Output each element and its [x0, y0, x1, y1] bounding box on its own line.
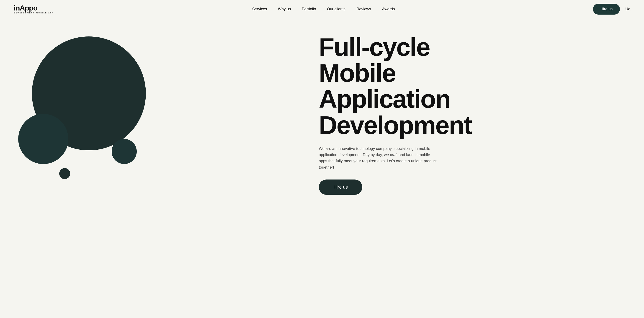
nav-awards[interactable]: Awards — [382, 7, 395, 11]
hero-section: Full-cycle Mobile Application Developmen… — [0, 18, 644, 318]
hero-visual — [14, 27, 310, 191]
language-switcher[interactable]: Ua — [625, 7, 630, 11]
main-nav: Services Why us Portfolio Our clients Re… — [252, 7, 395, 11]
circle-small-right — [112, 139, 137, 164]
logo[interactable]: inAppo DEVELOPMENT MOBILE APP — [14, 4, 54, 14]
circle-tiny — [59, 168, 70, 179]
nav-portfolio[interactable]: Portfolio — [302, 7, 316, 11]
hero-description: We are an innovative technology company,… — [319, 146, 437, 170]
hero-title: Full-cycle Mobile Application Developmen… — [319, 34, 630, 138]
nav-services[interactable]: Services — [252, 7, 267, 11]
nav-reviews[interactable]: Reviews — [356, 7, 371, 11]
hero-content: Full-cycle Mobile Application Developmen… — [310, 27, 630, 195]
hire-us-header-button[interactable]: Hire us — [593, 4, 620, 14]
hire-us-hero-button[interactable]: Hire us — [319, 180, 362, 195]
logo-subtitle: DEVELOPMENT MOBILE APP — [14, 12, 54, 14]
header-actions: Hire us Ua — [593, 4, 630, 14]
logo-text: inAppo — [14, 4, 54, 12]
nav-our-clients[interactable]: Our clients — [327, 7, 346, 11]
circle-medium — [18, 114, 68, 164]
site-header: inAppo DEVELOPMENT MOBILE APP Services W… — [0, 0, 644, 18]
nav-why-us[interactable]: Why us — [278, 7, 291, 11]
